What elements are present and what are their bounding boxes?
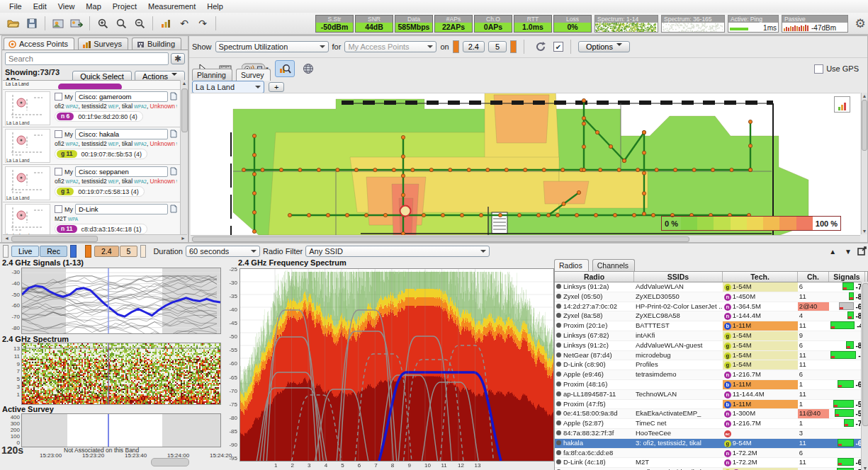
duration-select[interactable]: 60 seconds: [186, 246, 260, 257]
expand-panel-button[interactable]: ▼: [842, 246, 855, 257]
menu-file[interactable]: File: [4, 1, 27, 11]
settings-gear-icon[interactable]: ⚙: [851, 15, 868, 32]
column-header-ch[interactable]: Ch.: [798, 272, 829, 282]
radio-row[interactable]: NetGear (87:d4)microdebugg1-54M11 -38: [555, 351, 867, 361]
my-ap-checkbox[interactable]: [55, 130, 62, 138]
zoom-out-button[interactable]: [130, 15, 149, 32]
undo-button[interactable]: ↶: [175, 15, 193, 32]
refresh-button[interactable]: [531, 38, 550, 55]
zoom-in-button[interactable]: [94, 15, 112, 32]
live-button[interactable]: Live: [11, 246, 39, 257]
radio-row[interactable]: 84:7a:88:32:7f:3fHooTeeCeeac3: [555, 429, 867, 439]
rec-button[interactable]: Rec: [40, 246, 67, 257]
ap-item[interactable]: La La LandMyofi2 WPA2, testissid2 WEP, t…: [3, 127, 180, 165]
vscroll-thumb[interactable]: [181, 88, 188, 132]
band-5-button[interactable]: 5: [488, 41, 507, 52]
passive-box[interactable]: Passive -47dBm: [782, 15, 848, 33]
visualization-select[interactable]: Spectrum Utilization: [215, 41, 329, 52]
tab-radios[interactable]: Radios: [554, 259, 589, 271]
tab-channels[interactable]: Channels: [592, 259, 635, 271]
radio-row[interactable]: D-Link (c8:90)Profilesg1-54M11: [555, 360, 867, 370]
active-survey-chart[interactable]: [21, 413, 221, 447]
tab-access-points[interactable]: Access Points: [4, 38, 74, 50]
radio-row[interactable]: Proxim (48:16)b1-11M1 -61: [555, 380, 867, 390]
radios-vscrollbar[interactable]: ▼: [861, 282, 868, 470]
radio-row[interactable]: 0e:41:58:00:9a:8dEkaEkaActivateEMP_n1-30…: [555, 409, 867, 419]
ap-list-hscrollbar[interactable]: ◄ ►: [3, 234, 187, 242]
tab-building[interactable]: Building: [132, 38, 181, 50]
ap-list-vscrollbar[interactable]: ▲: [180, 80, 188, 234]
use-gps-control[interactable]: Use GPS: [814, 64, 859, 74]
ap-name-input[interactable]: [75, 166, 168, 177]
column-header-radio[interactable]: Radio: [555, 272, 634, 282]
use-gps-checkbox[interactable]: [814, 64, 823, 74]
radios-table-header[interactable]: RadioSSIDsTech.Ch.Signals: [554, 271, 868, 282]
search-input[interactable]: [5, 52, 169, 65]
waterfall-chart[interactable]: [21, 343, 221, 405]
copy-icon[interactable]: [170, 130, 177, 139]
radio-filter-select[interactable]: Any SSID: [305, 246, 490, 257]
spectrum-mini-5[interactable]: Spectrum: 36-165: [661, 15, 725, 33]
scroll-up-arrow[interactable]: ▲: [181, 81, 188, 86]
radio-row[interactable]: ap-LL1894587-11TechnoWLANn11-144.4M11: [555, 390, 867, 400]
band-24-button[interactable]: 2.4: [463, 41, 485, 52]
redo-button[interactable]: ↷: [193, 15, 212, 32]
radio-row[interactable]: D-Link (4c:18)M2Tn1-72.2M11 -61: [555, 458, 867, 468]
menu-measurement[interactable]: Measurement: [143, 1, 201, 11]
open-project-button[interactable]: [4, 15, 23, 32]
copy-icon[interactable]: [170, 205, 177, 214]
radio-row[interactable]: Linksys (67:82)intAKfig1-54M9: [555, 331, 867, 341]
ap-item[interactable]: La La LandMyofi2 WPA2, testissid2 WEP, t…: [3, 165, 180, 202]
gps-globe-tool[interactable]: [298, 60, 318, 77]
freq-spectrum-chart[interactable]: [239, 268, 554, 462]
map-legend-toggle-button[interactable]: [834, 96, 850, 113]
ap-item-partial[interactable]: La La Land: [3, 81, 180, 90]
statistics-button[interactable]: [157, 15, 175, 32]
map-vscrollbar[interactable]: ▲ ▼: [861, 93, 867, 234]
tab-planning[interactable]: Planning: [192, 69, 232, 81]
copy-icon[interactable]: [170, 167, 177, 177]
my-ap-checkbox[interactable]: [55, 205, 62, 213]
floor-select[interactable]: La La Land: [192, 81, 264, 93]
radio-row[interactable]: Zyxel (8a:58)ZyXELC98A58n1-144.4M4 -84: [555, 311, 867, 321]
ap-marker[interactable]: [400, 206, 411, 217]
ap-name-input[interactable]: [75, 91, 168, 102]
time-cursor[interactable]: [108, 414, 109, 447]
zoom-fit-button[interactable]: [112, 15, 130, 32]
auto-refresh-checkbox[interactable]: ✔: [553, 42, 563, 52]
band-24-toggle[interactable]: 2.4: [94, 246, 119, 257]
my-ap-checkbox[interactable]: [55, 168, 62, 176]
ap-item[interactable]: La La LandMyofi2 WPA2, testissid2 WEP, t…: [3, 90, 180, 127]
radio-row[interactable]: 14:2d:27:a7:0c:02HP-Print-02-Color Laser…: [555, 302, 867, 312]
menu-view[interactable]: View: [53, 1, 80, 11]
ap-name-input[interactable]: [75, 129, 168, 139]
scroll-right-arrow[interactable]: ►: [181, 236, 186, 241]
radio-row[interactable]: Apple (52:87)TimeC netn1-216.7M1 -76: [555, 419, 867, 429]
menu-map[interactable]: Map: [81, 1, 106, 11]
tab-surveys[interactable]: Surveys: [78, 38, 128, 50]
column-header-signals[interactable]: Signals: [829, 272, 865, 282]
copy-icon[interactable]: [170, 92, 177, 102]
radio-row[interactable]: Apple (e9:46)tetrasimdemon1-216.7M6: [555, 370, 867, 380]
radio-row[interactable]: fa:8f:ca:6c:dd:e8n1-72.2M6: [555, 449, 867, 459]
inspect-tool[interactable]: [275, 60, 295, 77]
options-button[interactable]: Options: [578, 41, 630, 52]
popout-panel-button[interactable]: [857, 246, 867, 257]
save-project-button[interactable]: [23, 15, 41, 32]
radio-row[interactable]: Proxim (47:f5)b1-11M1 -52: [555, 400, 867, 410]
column-header-ssids[interactable]: SSIDs: [634, 272, 723, 282]
my-ap-checkbox[interactable]: [55, 93, 62, 101]
radio-row[interactable]: Linksys (91:2c)AddValueWLAN-guestg1-54M6…: [555, 341, 867, 351]
survey-scrollbar-thumb[interactable]: [151, 458, 189, 466]
ap-filter-select[interactable]: My Access Points: [344, 41, 436, 52]
hscroll-thumb[interactable]: [11, 236, 98, 242]
menu-project[interactable]: Project: [108, 1, 142, 11]
active-ping-box[interactable]: Active: Ping 1ms: [728, 15, 779, 33]
radio-row[interactable]: Linksys (91:2a)AddValueWLANg1-54M6 -73: [555, 282, 867, 292]
spectrum-mini-24[interactable]: Spectrum: 1-14: [594, 15, 658, 33]
scroll-left-arrow[interactable]: ◄: [4, 236, 9, 241]
radio-row[interactable]: Zyxel (05:50)ZyXELD30550n1-450M11 -87: [555, 292, 867, 302]
floor-map[interactable]: 0 % 100 %: [191, 93, 860, 235]
map-hscrollbar[interactable]: [191, 235, 860, 242]
menu-edit[interactable]: Edit: [28, 1, 52, 11]
